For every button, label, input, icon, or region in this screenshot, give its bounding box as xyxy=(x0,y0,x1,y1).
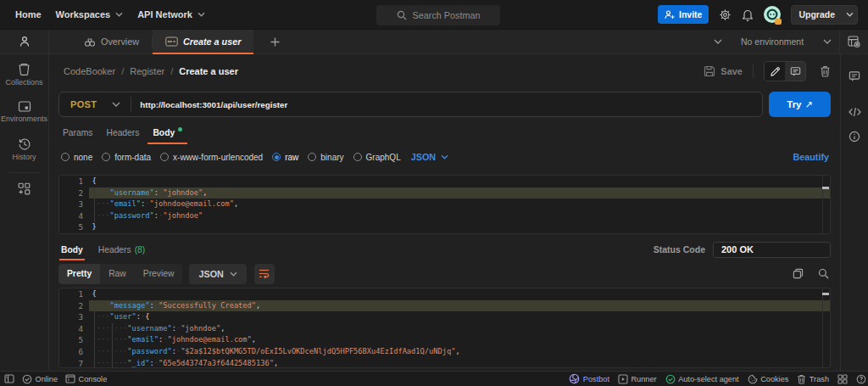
breadcrumb-folder[interactable]: Register xyxy=(130,66,164,76)
nav-workspaces[interactable]: Workspaces xyxy=(56,9,124,20)
nav-api-network[interactable]: API Network xyxy=(137,9,205,20)
invite-button[interactable]: Invite xyxy=(658,5,709,24)
code-button[interactable] xyxy=(849,107,861,117)
console-button[interactable]: Console xyxy=(65,374,107,383)
editor-scrollbar[interactable] xyxy=(822,288,823,367)
environment-selector[interactable]: No environment xyxy=(731,36,839,47)
info-button[interactable] xyxy=(849,131,860,143)
sidebar-configure-button[interactable] xyxy=(0,178,48,215)
new-tab-button[interactable] xyxy=(262,30,287,53)
postman-app: Home Workspaces API Network Search Postm… xyxy=(0,0,868,386)
upgrade-button[interactable]: Upgrade xyxy=(792,6,842,24)
runner-button[interactable]: Runner xyxy=(618,374,657,384)
search-icon xyxy=(818,268,829,279)
auto-select-agent-button[interactable]: Auto-select agent xyxy=(665,374,739,384)
search-response-button[interactable] xyxy=(818,268,829,279)
tab-create-a-user[interactable]: Create a user xyxy=(153,30,253,53)
view-raw[interactable]: Raw xyxy=(100,264,135,284)
headers-count: (8) xyxy=(135,245,146,255)
sidebar-item-label: Collections xyxy=(5,78,42,87)
postbot-icon xyxy=(569,373,580,384)
line-number: 2 xyxy=(59,300,89,312)
notifications-button[interactable] xyxy=(742,8,754,21)
tab-overview[interactable]: Overview xyxy=(71,30,152,53)
search-input[interactable]: Search Postman xyxy=(376,5,500,25)
tab-list-button[interactable] xyxy=(705,39,731,44)
separator xyxy=(753,64,754,78)
mode-graphql[interactable]: GraphQL xyxy=(353,153,401,162)
mode-binary[interactable]: binary xyxy=(308,153,343,162)
editor-scrollbar-thumb[interactable] xyxy=(822,293,829,295)
breadcrumb-request[interactable]: Create a user xyxy=(179,66,238,76)
cookies-button[interactable]: Cookies xyxy=(748,374,789,384)
toggle-sidebar-button[interactable] xyxy=(4,374,14,383)
view-preview[interactable]: Preview xyxy=(135,264,183,284)
comment-button[interactable] xyxy=(785,62,805,81)
environment-quick-look-button[interactable] xyxy=(839,30,868,53)
sidebar-item-environments[interactable]: Environments xyxy=(0,96,48,133)
response-tab-headers[interactable]: Headers (8) xyxy=(98,239,146,260)
mode-x-www-form-urlencoded[interactable]: x-www-form-urlencoded xyxy=(160,153,263,162)
postbot-button[interactable]: Postbot xyxy=(569,373,609,384)
help-button[interactable] xyxy=(856,374,866,384)
sidebar-item-history[interactable]: History xyxy=(0,133,48,171)
nav-home[interactable]: Home xyxy=(15,9,42,20)
avatar[interactable] xyxy=(764,6,781,23)
beautify-button[interactable]: Beautify xyxy=(793,152,829,162)
response-body-editor[interactable]: 1{2····"message":·"Successfully Created"… xyxy=(58,288,831,368)
request-body-editor[interactable]: 1{2····"username":·"johndoe",3····"email… xyxy=(58,175,831,234)
url-row: POST http://localhost:3001/api/user/regi… xyxy=(58,88,831,120)
save-button[interactable]: Save xyxy=(704,65,743,77)
response-status: Status Code 200 OK xyxy=(654,242,831,258)
editor-scrollbar-thumb[interactable] xyxy=(822,187,829,189)
tab-headers[interactable]: Headers xyxy=(99,120,146,144)
line-number: 4 xyxy=(59,323,89,335)
mode-none[interactable]: none xyxy=(61,153,92,162)
sidebar-item-collections[interactable]: Collections xyxy=(0,59,48,96)
external-link-icon: ↗ xyxy=(805,99,813,110)
bell-icon xyxy=(742,8,754,21)
chevron-down-icon xyxy=(115,12,123,17)
editor-scrollbar[interactable] xyxy=(822,176,823,233)
copy-button[interactable] xyxy=(793,268,804,279)
sidebar-user-button[interactable] xyxy=(0,30,49,53)
try-button[interactable]: Try ↗ xyxy=(769,92,831,117)
upgrade-dropdown-button[interactable] xyxy=(842,6,857,24)
code-line: 1{ xyxy=(59,288,830,300)
request-actions: Save xyxy=(704,61,831,81)
mode-form-data[interactable]: form-data xyxy=(102,153,151,162)
breadcrumb-row: CodeBooker / Register / Create a user Sa… xyxy=(58,54,831,88)
comments-button[interactable] xyxy=(849,70,860,82)
response-header: Body Headers (8) Status Code 200 OK xyxy=(58,239,831,260)
runner-icon xyxy=(618,374,628,384)
method-selector[interactable]: POST xyxy=(59,99,131,109)
tab-params[interactable]: Params xyxy=(58,120,99,144)
online-status[interactable]: Online xyxy=(22,374,58,384)
status-code-value: 200 OK xyxy=(713,242,831,258)
tab-body[interactable]: Body xyxy=(146,120,189,144)
view-pretty[interactable]: Pretty xyxy=(58,264,100,284)
edit-button[interactable] xyxy=(765,62,785,81)
radio-icon xyxy=(308,153,316,161)
language-selector[interactable]: JSON xyxy=(411,152,448,162)
delete-button[interactable] xyxy=(820,65,831,77)
response-tab-body[interactable]: Body xyxy=(61,239,83,260)
trash-button[interactable]: Trash xyxy=(797,374,829,384)
body-modified-dot xyxy=(178,127,182,131)
response-toolbar-right xyxy=(793,268,829,279)
line-number: 4 xyxy=(59,210,89,222)
settings-button[interactable] xyxy=(719,8,732,21)
gear-icon xyxy=(719,8,732,21)
tab-strip: Overview Create a user No environment xyxy=(49,30,839,53)
mode-raw[interactable]: raw xyxy=(272,153,298,162)
panels-button[interactable] xyxy=(837,374,848,384)
response-language-selector[interactable]: JSON xyxy=(189,264,246,284)
check-circle-icon xyxy=(665,374,676,384)
breadcrumb-collection[interactable]: CodeBooker xyxy=(64,66,115,76)
wrap-text-button[interactable] xyxy=(254,264,275,284)
code-line: 6········"password":·"$2a$12$btQKMG5TD/o… xyxy=(59,346,830,358)
left-sidebar: Collections Environments History xyxy=(0,54,49,371)
url-input[interactable]: http://localhost:3001/api/user/register xyxy=(131,100,296,109)
wrap-text-icon xyxy=(259,269,270,279)
url-bar: POST http://localhost:3001/api/user/regi… xyxy=(58,92,763,117)
